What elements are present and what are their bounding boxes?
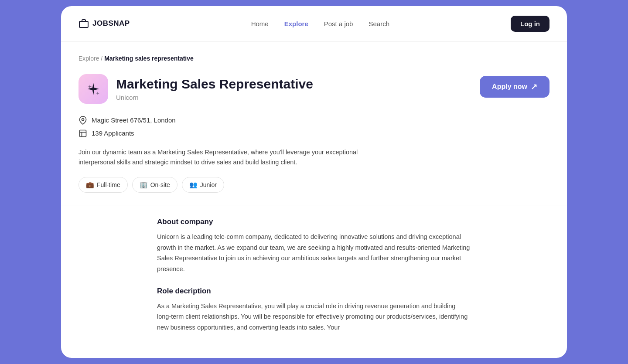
tag-junior-label: Junior	[200, 181, 217, 188]
breadcrumb: Explore / Marketing sales representative	[78, 55, 550, 62]
job-tags: 💼 Full-time 🏢 On-site 👥 Junior	[78, 177, 550, 193]
breadcrumb-current: Marketing sales representative	[104, 55, 194, 62]
navigation: Home Explore Post a job Search	[251, 20, 389, 27]
location-row: Magic Street 676/51, London	[78, 116, 550, 125]
about-company-title: About company	[157, 218, 471, 226]
job-description: Join our dynamic team as a Marketing Sal…	[78, 147, 375, 167]
company-name: Unicorn	[116, 94, 313, 101]
login-button[interactable]: Log in	[511, 16, 550, 32]
job-title-area: Marketing Sales Representative Unicorn	[78, 74, 313, 104]
role-description-section: Role decription As a Marketing Sales Rep…	[157, 287, 471, 345]
svg-rect-0	[79, 21, 88, 27]
applicants-text: 139 Applicants	[92, 129, 134, 137]
applicants-row: 139 Applicants	[78, 129, 550, 138]
role-description-text: As a Marketing Sales Representative, you…	[157, 301, 471, 333]
section-divider	[61, 205, 567, 205]
job-header: Marketing Sales Representative Unicorn A…	[78, 74, 550, 104]
apply-now-button[interactable]: Apply now ↗	[480, 76, 550, 98]
nav-post-job[interactable]: Post a job	[324, 20, 353, 27]
svg-point-1	[82, 118, 84, 120]
page-content: Explore / Marketing sales representative…	[61, 42, 567, 358]
about-company-section: About company Unicorn is a leading tele-…	[157, 218, 471, 287]
svg-rect-2	[80, 130, 86, 136]
tag-onsite: 🏢 On-site	[132, 177, 177, 193]
job-title: Marketing Sales Representative	[116, 76, 313, 92]
breadcrumb-parent: Explore	[78, 55, 99, 62]
company-logo	[78, 74, 108, 104]
tag-fulltime-label: Full-time	[97, 181, 120, 188]
logo-text: JOBSNAP	[92, 19, 130, 28]
nav-search[interactable]: Search	[369, 20, 389, 27]
main-card: JOBSNAP Home Explore Post a job Search L…	[61, 6, 567, 358]
arrow-icon: ↗	[531, 82, 537, 92]
tag-onsite-label: On-site	[150, 181, 170, 188]
nav-explore[interactable]: Explore	[284, 20, 308, 27]
tag-junior: 👥 Junior	[182, 177, 224, 193]
breadcrumb-separator: /	[101, 55, 104, 62]
nav-home[interactable]: Home	[251, 20, 269, 27]
location-icon	[78, 116, 87, 125]
sparkle-icon	[85, 81, 101, 97]
applicants-icon	[78, 129, 87, 138]
meta-info: Magic Street 676/51, London 139 Applican…	[78, 116, 550, 138]
location-text: Magic Street 676/51, London	[92, 116, 176, 124]
role-description-title: Role decription	[157, 287, 471, 296]
fulltime-icon: 💼	[86, 181, 94, 189]
about-company-text: Unicorn is a leading tele-comm company, …	[157, 231, 471, 275]
logo: JOBSNAP	[78, 18, 130, 29]
job-title-text: Marketing Sales Representative Unicorn	[116, 76, 313, 101]
briefcase-icon	[78, 18, 89, 29]
onsite-icon: 🏢	[140, 181, 148, 189]
header: JOBSNAP Home Explore Post a job Search L…	[61, 6, 567, 42]
tag-fulltime: 💼 Full-time	[78, 177, 128, 193]
junior-icon: 👥	[189, 181, 198, 189]
